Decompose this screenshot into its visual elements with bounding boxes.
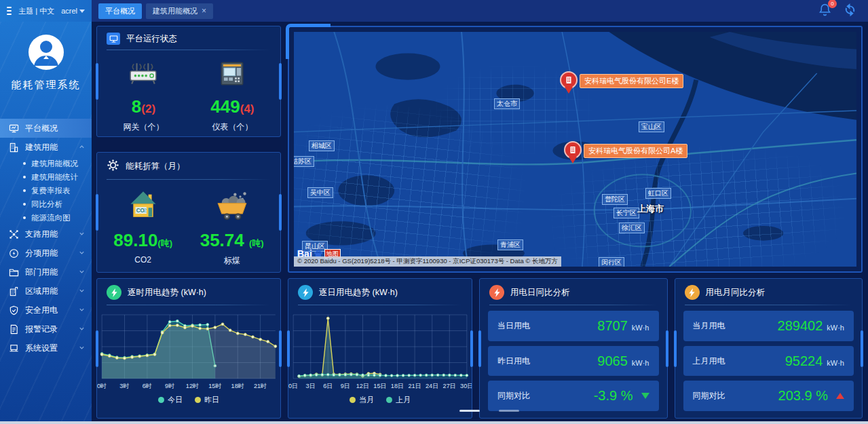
monitor-icon [107, 33, 120, 45]
energy-conversion-panel: 能耗折算（月） CO2 89.10(吨) CO2 [96, 152, 281, 273]
panel-title: 能耗折算（月） [126, 161, 185, 172]
row-label: 当月用电 [693, 320, 725, 332]
meter-count: 449 [210, 96, 240, 117]
sidebar-item-label: 支路用能 [25, 229, 58, 240]
panel-title: 用电日同比分析 [510, 287, 570, 298]
hamburger-menu-icon[interactable] [7, 5, 12, 17]
sidebar-item-label: 分项用能 [25, 248, 58, 259]
district-label-宝山区: 宝山区 [639, 121, 664, 132]
horizontal-scrollbar[interactable] [459, 410, 519, 412]
gateway-count: 8 [132, 96, 141, 117]
coal-stat: 35.74 (吨) 标煤 [200, 189, 264, 267]
sidebar-item-label: 安全用电 [25, 305, 58, 316]
today-usage-row: 当日用电 8707kW·h [488, 311, 659, 341]
folder-icon [9, 267, 19, 277]
location-pin-icon[interactable] [564, 141, 582, 159]
shield-icon [9, 305, 19, 315]
sidebar-subitem-同比分析[interactable]: 同比分析 [0, 197, 92, 211]
hourly-trend-chart[interactable]: 0时3时6时9时12时15时18时21时 [97, 309, 280, 393]
row-unit: kW·h [632, 359, 649, 367]
legend-dot [158, 397, 164, 403]
co2-unit: (吨) [157, 238, 172, 248]
sidebar-item-安全用电[interactable]: 安全用电 [0, 301, 92, 320]
notification-badge: 0 [828, 0, 837, 8]
district-label-普陀区: 普陀区 [602, 194, 628, 205]
theme-language-label[interactable]: 主题 | 中文 [18, 6, 54, 16]
refresh-icon[interactable] [843, 3, 857, 20]
sidebar-item-分项用能[interactable]: 分项用能 [0, 244, 92, 263]
sidebar-subitem-建筑用能概况[interactable]: 建筑用能概况 [0, 157, 92, 170]
gateway-alert-count: (2) [141, 102, 155, 115]
chevron-down-icon [79, 267, 85, 277]
sidebar-item-label: 系统设置 [25, 343, 58, 354]
legend-item-昨日[interactable]: 昨日 [195, 395, 219, 405]
coal-unit: (吨) [249, 238, 264, 248]
trend-up-icon [836, 393, 844, 399]
district-label-吴中区: 吴中区 [307, 187, 333, 198]
hourly-trend-panel: 逐时用电趋势 (kW·h) 0时3时6时9时12时15时18时21时 今日昨日 [96, 278, 281, 419]
row-unit: kW·h [632, 324, 649, 332]
svg-text:15日: 15日 [373, 383, 386, 389]
sidebar-item-区域用能[interactable]: 区域用能 [0, 282, 92, 301]
legend-item-今日[interactable]: 今日 [158, 395, 183, 405]
sidebar-item-平台概况[interactable]: 平台概况 [0, 119, 92, 138]
chevron-down-icon [79, 286, 85, 296]
lightning-icon [107, 285, 121, 300]
co2-value: 89.10 [113, 230, 157, 250]
svg-text:0日: 0日 [288, 383, 298, 389]
legend-item-当月[interactable]: 当月 [350, 395, 374, 405]
legend-label: 上月 [396, 395, 411, 405]
notification-bell-icon[interactable]: 0 [818, 3, 832, 20]
baidu-map[interactable]: 太仓市宝山区相城区姑苏区吴中区昆山区青浦区虹口区普陀区长宁区徐汇区闵行区上海市安… [294, 32, 856, 267]
marker-label[interactable]: 安科瑞电气股份有限公司A楼 [584, 144, 687, 158]
svg-text:27日: 27日 [443, 383, 456, 389]
district-label-闵行区: 闵行区 [599, 257, 624, 267]
sidebar-item-label: 部门用能 [25, 267, 58, 278]
monitor-icon [9, 123, 19, 134]
top-bar: 主题 | 中文 acrel 平台概况建筑用能概况× 0 [0, 0, 868, 22]
svg-text:9日: 9日 [341, 383, 350, 389]
topbar-left: 主题 | 中文 acrel [0, 0, 92, 22]
tab-label: 平台概况 [105, 6, 135, 16]
tab-2[interactable]: 建筑用能概况× [146, 3, 213, 19]
co2-house-icon: CO2 [126, 212, 161, 224]
sidebar-subitem-能源流向图[interactable]: 能源流向图 [0, 211, 92, 225]
daily-trend-chart[interactable]: 0日3日6日9日12日15日18日21日24日27日30日 [288, 309, 472, 393]
sidebar-item-支路用能[interactable]: 支路用能 [0, 225, 92, 244]
tab-1[interactable]: 平台概况 [98, 3, 142, 19]
svg-text:12日: 12日 [356, 383, 369, 389]
row-label: 同期对比 [693, 390, 725, 402]
area-icon [9, 286, 19, 296]
close-tab-icon[interactable]: × [202, 7, 206, 15]
lightning-icon [298, 285, 313, 300]
sidebar-item-建筑用能[interactable]: 建筑用能 [0, 138, 92, 157]
sidebar-item-部门用能[interactable]: 部门用能 [0, 263, 92, 282]
last-month-usage-row: 上月用电 95224kW·h [683, 346, 854, 377]
legend-label: 昨日 [204, 395, 219, 405]
tab-label: 建筑用能概况 [153, 6, 197, 16]
row-value: 203.9 % [778, 388, 828, 404]
marker-label[interactable]: 安科瑞电气股份有限公司E楼 [580, 74, 683, 88]
yesterday-usage-row: 昨日用电 9065kW·h [488, 346, 659, 377]
row-value: 289402 [778, 318, 823, 334]
sidebar-subitem-复费率报表[interactable]: 复费率报表 [0, 184, 92, 197]
sidebar-subitem-建筑用能统计[interactable]: 建筑用能统计 [0, 170, 92, 184]
user-dropdown[interactable]: acrel [61, 7, 85, 15]
svg-text:18日: 18日 [391, 383, 404, 389]
legend-item-上月[interactable]: 上月 [386, 395, 411, 405]
svg-text:15时: 15时 [208, 383, 222, 389]
row-label: 昨日用电 [497, 355, 530, 367]
month-comparison-row: 同期对比 203.9 % [683, 381, 854, 411]
row-value: 8707 [597, 318, 628, 334]
avatar[interactable] [28, 34, 64, 71]
coal-value: 35.74 [200, 230, 244, 250]
row-value: -3.9 % [594, 388, 633, 404]
svg-text:3时: 3时 [119, 383, 130, 389]
meter-icon [216, 79, 248, 90]
sidebar-item-系统设置[interactable]: 系统设置 [0, 339, 92, 358]
sidebar-item-报警记录[interactable]: 报警记录 [0, 320, 92, 339]
router-icon [126, 79, 161, 90]
location-pin-icon[interactable] [560, 71, 578, 89]
row-unit: kW·h [827, 324, 844, 332]
svg-text:21时: 21时 [254, 383, 267, 389]
